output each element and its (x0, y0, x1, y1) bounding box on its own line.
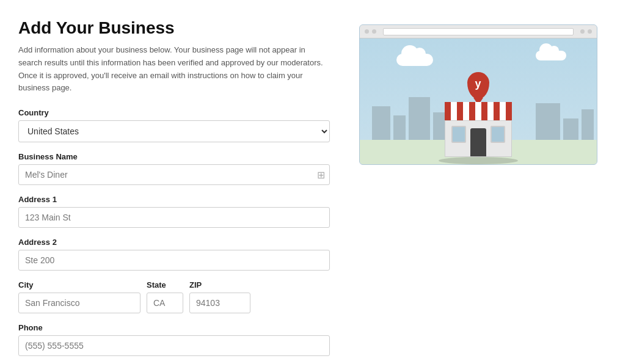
address1-input[interactable] (18, 207, 330, 228)
pin-body: y (467, 72, 489, 99)
address2-input[interactable] (18, 250, 330, 271)
building-3 (409, 97, 430, 140)
browser-btn-icon (580, 29, 585, 34)
store-roof (445, 102, 512, 120)
store-awning (445, 102, 512, 120)
form-section: Add Your Business Add information about … (18, 18, 330, 364)
city-field-group: City (18, 280, 140, 313)
cloud-right (536, 51, 566, 60)
store-wall (445, 120, 512, 157)
business-name-field-group: Business Name ⊞ (18, 152, 330, 185)
zip-label: ZIP (189, 280, 250, 289)
yelp-pin: y (467, 72, 489, 99)
address2-field-group: Address 2 (18, 238, 330, 271)
city-label: City (18, 280, 140, 289)
building-2 (393, 115, 406, 140)
state-label: State (147, 280, 183, 289)
phone-label: Phone (18, 323, 330, 332)
city-input[interactable] (18, 293, 140, 313)
browser-bar (360, 25, 597, 38)
building-1 (372, 106, 390, 140)
building-7 (582, 109, 594, 140)
business-name-label: Business Name (18, 152, 330, 161)
business-name-wrapper: ⊞ (18, 164, 330, 185)
illustration-section: y (354, 18, 602, 364)
browser-url-bar (383, 28, 574, 35)
phone-field-group: Phone (18, 323, 330, 356)
country-select[interactable]: United States Canada United Kingdom Aust… (18, 120, 330, 142)
store-shadow (439, 157, 518, 164)
store-door (470, 128, 486, 156)
store-window-right (491, 126, 505, 143)
yelp-logo-icon: y (475, 78, 481, 90)
page-description: Add information about your business belo… (18, 44, 330, 95)
browser-nav-icon-2 (372, 29, 376, 34)
country-label: Country (18, 108, 330, 117)
building-5 (536, 103, 560, 140)
zip-field-group: ZIP (189, 280, 250, 313)
browser-nav-icon (365, 29, 369, 34)
building-6 (563, 118, 578, 140)
page-title: Add Your Business (18, 18, 330, 38)
store-body (445, 102, 512, 157)
browser-btn-icon-2 (588, 29, 592, 34)
state-field-group: State (147, 280, 183, 313)
address1-label: Address 1 (18, 195, 330, 204)
phone-input[interactable] (18, 335, 330, 356)
state-input[interactable] (147, 293, 183, 313)
address2-label: Address 2 (18, 238, 330, 247)
store-window-left (451, 126, 466, 143)
address1-field-group: Address 1 (18, 195, 330, 228)
business-name-icon: ⊞ (317, 169, 325, 181)
cloud-left (396, 54, 433, 66)
zip-input[interactable] (189, 293, 250, 313)
illustration-box: y (359, 24, 597, 165)
sky-scene: y (360, 38, 597, 164)
business-name-input[interactable] (18, 164, 330, 185)
city-state-zip-group: City State ZIP (18, 280, 330, 323)
store-container: y (439, 102, 518, 164)
country-field-group: Country United States Canada United King… (18, 108, 330, 142)
